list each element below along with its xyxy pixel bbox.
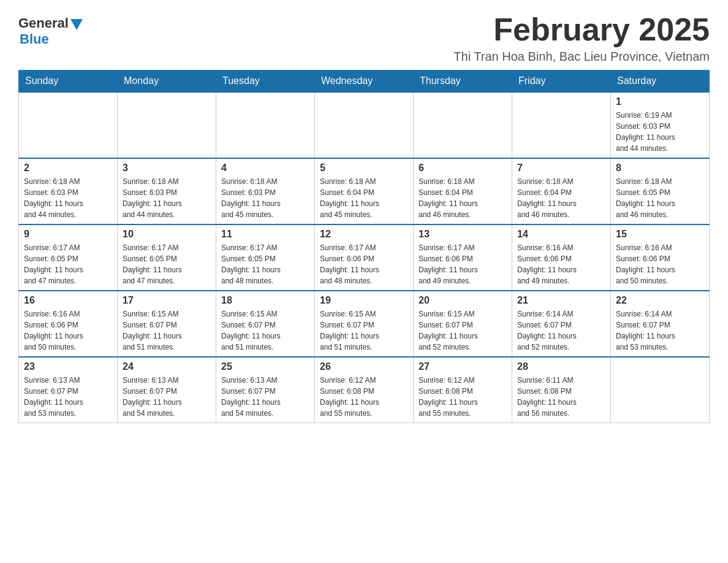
- day-info: Sunrise: 6:17 AM Sunset: 6:05 PM Dayligh…: [123, 242, 211, 286]
- day-number: 10: [123, 229, 211, 240]
- table-row: [315, 92, 414, 158]
- table-row: 6Sunrise: 6:18 AM Sunset: 6:04 PM Daylig…: [414, 158, 512, 224]
- day-number: 21: [517, 295, 605, 306]
- table-row: 27Sunrise: 6:12 AM Sunset: 6:08 PM Dayli…: [414, 357, 512, 423]
- day-number: 25: [221, 361, 309, 372]
- calendar-week-4: 16Sunrise: 6:16 AM Sunset: 6:06 PM Dayli…: [19, 291, 710, 357]
- day-number: 19: [320, 295, 408, 306]
- day-info: Sunrise: 6:15 AM Sunset: 6:07 PM Dayligh…: [320, 308, 408, 353]
- logo: General Blue: [18, 12, 83, 47]
- table-row: 23Sunrise: 6:13 AM Sunset: 6:07 PM Dayli…: [19, 357, 118, 423]
- day-number: 26: [320, 361, 408, 372]
- header-sunday: Sunday: [19, 71, 118, 93]
- day-info: Sunrise: 6:12 AM Sunset: 6:08 PM Dayligh…: [419, 375, 507, 419]
- table-row: 5Sunrise: 6:18 AM Sunset: 6:04 PM Daylig…: [315, 158, 414, 224]
- title-section: February 2025 Thi Tran Hoa Binh, Bac Lie…: [453, 12, 710, 64]
- day-number: 6: [419, 163, 507, 174]
- table-row: 26Sunrise: 6:12 AM Sunset: 6:08 PM Dayli…: [315, 357, 414, 423]
- header-thursday: Thursday: [414, 71, 512, 93]
- calendar-table: Sunday Monday Tuesday Wednesday Thursday…: [18, 70, 710, 423]
- day-number: 20: [419, 295, 507, 306]
- day-info: Sunrise: 6:13 AM Sunset: 6:07 PM Dayligh…: [221, 375, 309, 419]
- table-row: 28Sunrise: 6:11 AM Sunset: 6:08 PM Dayli…: [512, 357, 611, 423]
- table-row: 1Sunrise: 6:19 AM Sunset: 6:03 PM Daylig…: [611, 92, 710, 158]
- day-number: 17: [123, 295, 211, 306]
- header-tuesday: Tuesday: [216, 71, 315, 93]
- month-title: February 2025: [453, 12, 710, 47]
- table-row: 8Sunrise: 6:18 AM Sunset: 6:05 PM Daylig…: [611, 158, 710, 224]
- table-row: 2Sunrise: 6:18 AM Sunset: 6:03 PM Daylig…: [19, 158, 118, 224]
- day-number: 22: [616, 295, 704, 306]
- day-info: Sunrise: 6:16 AM Sunset: 6:06 PM Dayligh…: [517, 242, 605, 286]
- table-row: 12Sunrise: 6:17 AM Sunset: 6:06 PM Dayli…: [315, 224, 414, 291]
- day-number: 15: [616, 229, 704, 240]
- table-row: 7Sunrise: 6:18 AM Sunset: 6:04 PM Daylig…: [512, 158, 611, 224]
- day-info: Sunrise: 6:18 AM Sunset: 6:03 PM Dayligh…: [24, 176, 112, 220]
- day-info: Sunrise: 6:15 AM Sunset: 6:07 PM Dayligh…: [123, 308, 211, 353]
- logo-blue-text: Blue: [20, 31, 49, 47]
- header-saturday: Saturday: [611, 71, 710, 93]
- day-info: Sunrise: 6:15 AM Sunset: 6:07 PM Dayligh…: [419, 308, 507, 353]
- calendar-header-row: Sunday Monday Tuesday Wednesday Thursday…: [19, 71, 710, 93]
- day-number: 18: [221, 295, 309, 306]
- day-info: Sunrise: 6:19 AM Sunset: 6:03 PM Dayligh…: [616, 110, 704, 154]
- calendar-week-5: 23Sunrise: 6:13 AM Sunset: 6:07 PM Dayli…: [19, 357, 710, 423]
- day-number: 8: [616, 163, 704, 174]
- day-number: 7: [517, 163, 605, 174]
- day-info: Sunrise: 6:17 AM Sunset: 6:05 PM Dayligh…: [221, 242, 309, 286]
- page-header: General Blue February 2025 Thi Tran Hoa …: [18, 12, 710, 64]
- day-info: Sunrise: 6:17 AM Sunset: 6:05 PM Dayligh…: [24, 242, 112, 286]
- day-info: Sunrise: 6:18 AM Sunset: 6:04 PM Dayligh…: [517, 176, 605, 220]
- day-info: Sunrise: 6:18 AM Sunset: 6:05 PM Dayligh…: [616, 176, 704, 220]
- day-number: 4: [221, 163, 309, 174]
- table-row: 24Sunrise: 6:13 AM Sunset: 6:07 PM Dayli…: [118, 357, 216, 423]
- day-info: Sunrise: 6:12 AM Sunset: 6:08 PM Dayligh…: [320, 375, 408, 419]
- table-row: 18Sunrise: 6:15 AM Sunset: 6:07 PM Dayli…: [216, 291, 315, 357]
- day-info: Sunrise: 6:16 AM Sunset: 6:06 PM Dayligh…: [24, 308, 112, 353]
- calendar-week-3: 9Sunrise: 6:17 AM Sunset: 6:05 PM Daylig…: [19, 224, 710, 291]
- day-number: 11: [221, 229, 309, 240]
- table-row: 9Sunrise: 6:17 AM Sunset: 6:05 PM Daylig…: [19, 224, 118, 291]
- day-number: 24: [123, 361, 211, 372]
- day-number: 23: [24, 361, 112, 372]
- table-row: [19, 92, 118, 158]
- table-row: 25Sunrise: 6:13 AM Sunset: 6:07 PM Dayli…: [216, 357, 315, 423]
- day-number: 28: [517, 361, 605, 372]
- header-wednesday: Wednesday: [315, 71, 414, 93]
- day-info: Sunrise: 6:18 AM Sunset: 6:04 PM Dayligh…: [419, 176, 507, 220]
- day-info: Sunrise: 6:17 AM Sunset: 6:06 PM Dayligh…: [419, 242, 507, 286]
- table-row: 20Sunrise: 6:15 AM Sunset: 6:07 PM Dayli…: [414, 291, 512, 357]
- table-row: [216, 92, 315, 158]
- day-info: Sunrise: 6:16 AM Sunset: 6:06 PM Dayligh…: [616, 242, 704, 286]
- calendar-week-1: 1Sunrise: 6:19 AM Sunset: 6:03 PM Daylig…: [19, 92, 710, 158]
- table-row: 14Sunrise: 6:16 AM Sunset: 6:06 PM Dayli…: [512, 224, 611, 291]
- header-monday: Monday: [118, 71, 216, 93]
- table-row: 10Sunrise: 6:17 AM Sunset: 6:05 PM Dayli…: [118, 224, 216, 291]
- day-number: 3: [123, 163, 211, 174]
- table-row: 19Sunrise: 6:15 AM Sunset: 6:07 PM Dayli…: [315, 291, 414, 357]
- day-number: 27: [419, 361, 507, 372]
- day-info: Sunrise: 6:14 AM Sunset: 6:07 PM Dayligh…: [517, 308, 605, 353]
- table-row: 13Sunrise: 6:17 AM Sunset: 6:06 PM Dayli…: [414, 224, 512, 291]
- day-info: Sunrise: 6:13 AM Sunset: 6:07 PM Dayligh…: [24, 375, 112, 419]
- table-row: 21Sunrise: 6:14 AM Sunset: 6:07 PM Dayli…: [512, 291, 611, 357]
- day-number: 16: [24, 295, 112, 306]
- table-row: 11Sunrise: 6:17 AM Sunset: 6:05 PM Dayli…: [216, 224, 315, 291]
- table-row: 4Sunrise: 6:18 AM Sunset: 6:03 PM Daylig…: [216, 158, 315, 224]
- day-info: Sunrise: 6:17 AM Sunset: 6:06 PM Dayligh…: [320, 242, 408, 286]
- day-number: 1: [616, 96, 704, 107]
- logo-triangle-icon: [70, 19, 83, 30]
- location-subtitle: Thi Tran Hoa Binh, Bac Lieu Province, Vi…: [453, 50, 710, 64]
- day-number: 13: [419, 229, 507, 240]
- day-info: Sunrise: 6:13 AM Sunset: 6:07 PM Dayligh…: [123, 375, 211, 419]
- calendar-week-2: 2Sunrise: 6:18 AM Sunset: 6:03 PM Daylig…: [19, 158, 710, 224]
- day-info: Sunrise: 6:18 AM Sunset: 6:04 PM Dayligh…: [320, 176, 408, 220]
- table-row: [118, 92, 216, 158]
- day-number: 2: [24, 163, 112, 174]
- day-info: Sunrise: 6:11 AM Sunset: 6:08 PM Dayligh…: [517, 375, 605, 419]
- day-info: Sunrise: 6:14 AM Sunset: 6:07 PM Dayligh…: [616, 308, 704, 353]
- logo-general-text: General: [18, 15, 69, 31]
- table-row: [414, 92, 512, 158]
- header-friday: Friday: [512, 71, 611, 93]
- table-row: [611, 357, 710, 423]
